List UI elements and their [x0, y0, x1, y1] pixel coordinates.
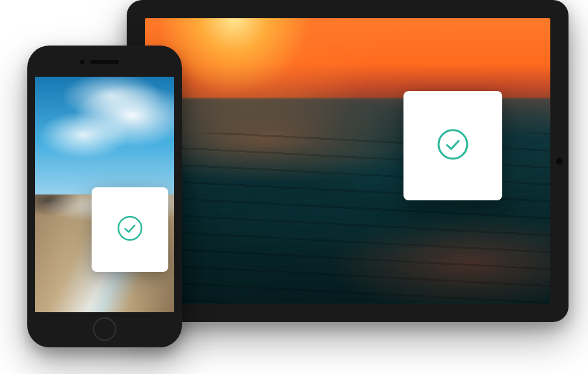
tablet-device-frame	[127, 0, 569, 322]
phone-camera-icon	[80, 60, 84, 64]
check-circle-icon	[436, 127, 470, 164]
phone-device-frame	[27, 46, 182, 347]
svg-point-0	[439, 130, 467, 159]
success-card-tablet	[403, 91, 502, 200]
check-circle-icon	[116, 215, 144, 245]
phone-home-button[interactable]	[93, 317, 116, 341]
tablet-home-button[interactable]	[556, 157, 563, 165]
success-card-phone	[92, 187, 168, 272]
svg-point-1	[118, 217, 142, 240]
phone-speaker-icon	[90, 60, 119, 64]
